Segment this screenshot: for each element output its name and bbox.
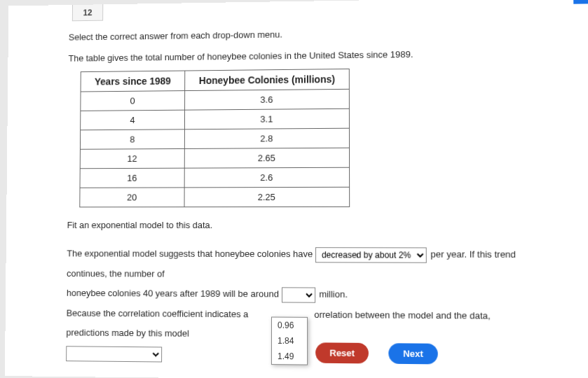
question-page: 12 Select the correct answer from each d… (5, 0, 588, 378)
table-row: 8 2.8 (80, 128, 349, 149)
button-row: Reset Next (315, 342, 437, 364)
dropdown-option[interactable]: 0.96 (272, 318, 307, 334)
cell-years: 12 (80, 148, 184, 168)
dropdown-correlation[interactable] (66, 346, 162, 362)
table-row: 20 2.25 (80, 187, 350, 207)
text-segment: honeybee colonies 40 years after 1989 wi… (67, 288, 279, 300)
cell-colonies: 3.1 (185, 108, 350, 130)
table-row: 12 2.65 (80, 148, 349, 169)
text-segment: The exponential model suggests that hone… (67, 248, 313, 260)
col-head-colonies: Honeybee Colonies (millions) (185, 69, 350, 90)
dropdown-million-open[interactable]: 0.96 1.84 1.49 (271, 317, 308, 365)
dropdown-option[interactable]: 1.84 (272, 333, 307, 349)
table-row: 4 3.1 (81, 108, 350, 130)
instruction-text: Select the correct answer from each drop… (69, 26, 527, 43)
next-button[interactable]: Next (389, 343, 438, 364)
cell-colonies: 3.6 (185, 89, 350, 110)
cell-colonies: 2.65 (184, 148, 349, 168)
top-blue-accent (573, 0, 588, 4)
cell-colonies: 2.25 (184, 187, 350, 206)
dropdown-million[interactable] (281, 287, 315, 302)
reset-button[interactable]: Reset (315, 342, 369, 363)
cell-years: 0 (81, 91, 185, 111)
cell-years: 20 (80, 188, 184, 207)
question-number-tab: 12 (72, 4, 103, 21)
cell-years: 8 (80, 130, 184, 149)
cell-colonies: 2.6 (184, 167, 350, 188)
cell-years: 4 (81, 110, 185, 130)
dropdown-option[interactable]: 1.49 (272, 349, 307, 365)
cell-colonies: 2.8 (184, 128, 349, 148)
data-table: Years since 1989 Honeybee Colonies (mill… (79, 69, 350, 207)
text-segment: million. (319, 289, 348, 300)
dropdown-rate[interactable]: decreased by about 2% (315, 247, 427, 263)
table-row: 0 3.6 (81, 89, 350, 111)
cell-years: 16 (80, 168, 184, 188)
table-row: 16 2.6 (80, 167, 350, 188)
col-head-years: Years since 1989 (81, 71, 185, 92)
intro-text: The table gives the total number of hone… (69, 48, 528, 64)
text-segment: Because the correlation coefficient indi… (67, 307, 249, 319)
question-number: 12 (83, 8, 93, 18)
fit-instruction: Fit an exponential model to this data. (67, 220, 529, 230)
